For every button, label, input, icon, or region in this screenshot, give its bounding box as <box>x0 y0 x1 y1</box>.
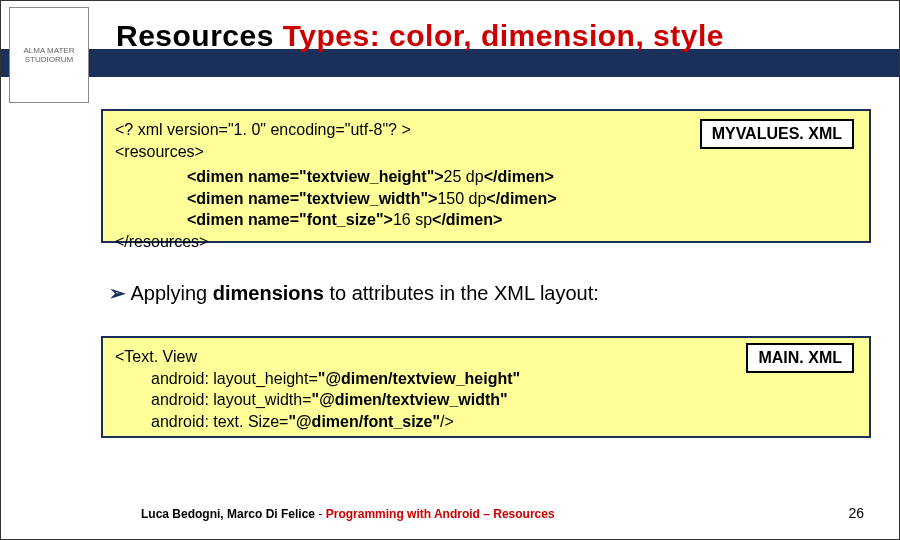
bullet-arrow-icon: ➢ <box>109 282 126 304</box>
filename-badge-bottom: MAIN. XML <box>746 343 854 373</box>
footer-course: Programming with Android – Resources <box>326 507 555 521</box>
title-part2: Types: color, dimension, style <box>283 19 724 52</box>
code-line: </resources> <box>115 231 857 253</box>
footer-authors: Luca Bedogni, Marco Di Felice <box>141 507 315 521</box>
code-line: android: text. Size="@dimen/font_size"/> <box>115 411 857 433</box>
bullet-text: ➢ Applying dimensions to attributes in t… <box>109 281 599 305</box>
footer-text: Luca Bedogni, Marco Di Felice - Programm… <box>141 507 555 521</box>
slide-title: Resources Types: color, dimension, style <box>116 19 879 53</box>
code-line: <dimen name="font_size">16 sp</dimen> <box>115 209 857 231</box>
university-logo: ALMA MATER STUDIORUM <box>9 7 89 103</box>
page-number: 26 <box>848 505 864 521</box>
code-line: <dimen name="textview_height">25 dp</dim… <box>115 166 857 188</box>
title-part1: Resources <box>116 19 283 52</box>
header-band <box>1 49 899 77</box>
code-line: android: layout_width="@dimen/textview_w… <box>115 389 857 411</box>
code-line: <dimen name="textview_width">150 dp</dim… <box>115 188 857 210</box>
logo-text: ALMA MATER STUDIORUM <box>12 46 86 64</box>
filename-badge-top: MYVALUES. XML <box>700 119 854 149</box>
